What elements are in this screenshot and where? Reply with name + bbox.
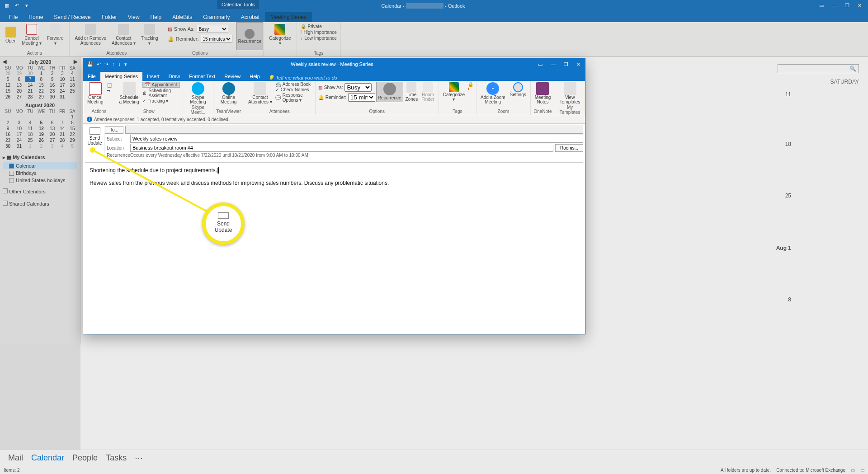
cal-day[interactable]: 7: [25, 76, 35, 82]
cal-day[interactable]: 5: [35, 120, 47, 126]
nav-tasks[interactable]: Tasks: [106, 453, 127, 463]
cal-day[interactable]: 25: [25, 137, 35, 143]
cal-day[interactable]: 14: [25, 82, 35, 88]
prev-month-icon[interactable]: ◀: [3, 59, 6, 65]
forward-icon[interactable]: ➡: [107, 88, 112, 93]
cal-day[interactable]: [35, 114, 47, 120]
cal-day[interactable]: 8: [35, 76, 47, 82]
calendar-list-item[interactable]: Birthdays: [3, 169, 77, 177]
qat-customize-icon[interactable]: ▾: [124, 61, 127, 67]
private-icon[interactable]: 🔒: [468, 82, 473, 87]
nav-people[interactable]: People: [72, 453, 98, 463]
cal-day[interactable]: 6: [47, 120, 57, 126]
cal-day[interactable]: 4: [67, 70, 77, 76]
undo-icon[interactable]: ↶: [97, 61, 101, 67]
meeting-tab-draw[interactable]: Draw: [164, 72, 185, 81]
search-icon[interactable]: 🔍: [849, 66, 856, 72]
main-tab-folder[interactable]: Folder: [96, 12, 123, 22]
cal-day[interactable]: 16: [3, 131, 13, 137]
main-tab-send-receive[interactable]: Send / Receive: [48, 12, 96, 22]
calendar-list-item[interactable]: United States holidays: [3, 177, 77, 184]
meeting-tab-review[interactable]: Review: [220, 72, 245, 81]
scheduling-assistant-button[interactable]: 🗓Scheduling Assistant: [142, 88, 180, 98]
view-reading-icon[interactable]: ▭: [860, 468, 864, 473]
cal-day[interactable]: 3: [57, 70, 67, 76]
cal-day[interactable]: 16: [47, 82, 57, 88]
cal-day[interactable]: 2: [3, 120, 13, 126]
reminder-combo[interactable]: 15 minutes: [348, 93, 375, 102]
cal-day[interactable]: 15: [67, 126, 77, 131]
add-remove-attendees-button[interactable]: Add or Remove Attendees: [73, 23, 108, 47]
online-meeting-button[interactable]: Online Meeting: [216, 82, 241, 105]
nav-calendar[interactable]: Calendar: [31, 453, 64, 463]
cancel-meeting-button[interactable]: Cancel Meeting: [86, 82, 105, 105]
cal-day[interactable]: 2: [35, 143, 47, 149]
cal-day[interactable]: 15: [35, 82, 47, 88]
cal-day[interactable]: 24: [13, 137, 25, 143]
cal-day[interactable]: 26: [35, 137, 47, 143]
cal-day[interactable]: 10: [57, 76, 67, 82]
location-field[interactable]: [130, 144, 553, 152]
cal-day[interactable]: 20: [47, 131, 57, 137]
my-calendars-header[interactable]: ▸ ▦ My Calendars: [3, 153, 77, 162]
to-field[interactable]: [125, 126, 583, 134]
cal-day[interactable]: 30: [3, 143, 13, 149]
meeting-body[interactable]: Shortening the schedule due to project r…: [85, 162, 583, 325]
show-as-combo[interactable]: Busy: [344, 83, 372, 92]
cancel-meeting-button[interactable]: Cancel Meeting ▾: [20, 23, 43, 47]
maximize-icon[interactable]: ❐: [564, 61, 568, 67]
cal-day[interactable]: 30: [25, 70, 35, 76]
cal-day[interactable]: [47, 114, 57, 120]
nav-mail[interactable]: Mail: [8, 453, 23, 463]
cal-day[interactable]: 23: [3, 137, 13, 143]
minimize-icon[interactable]: —: [832, 3, 837, 9]
categorize-button[interactable]: Categorize ▾: [442, 82, 466, 102]
copy-icon[interactable]: 📋: [107, 83, 112, 88]
cal-day[interactable]: 4: [57, 143, 67, 149]
main-tab-view[interactable]: View: [123, 12, 145, 22]
cal-day[interactable]: 27: [47, 137, 57, 143]
schedule-meeting-button[interactable]: Schedule a Meeting: [118, 82, 141, 105]
cal-day[interactable]: 29: [13, 70, 25, 76]
main-tab-help[interactable]: Help: [145, 12, 167, 22]
cal-day[interactable]: 19: [3, 88, 13, 94]
cal-day[interactable]: 1: [35, 70, 47, 76]
ribbon-display-icon[interactable]: ▭: [538, 61, 542, 67]
cal-day[interactable]: 13: [13, 82, 25, 88]
cal-day[interactable]: 11: [25, 126, 35, 131]
day-cell[interactable]: 11: [785, 91, 791, 98]
cal-day[interactable]: 26: [3, 94, 13, 100]
minicalendar-july[interactable]: ◀July 2020▶ SUMOTUWETHFRSA28293012345678…: [0, 57, 80, 101]
cal-day[interactable]: 23: [47, 88, 57, 94]
cal-day[interactable]: [67, 94, 77, 100]
undo-icon[interactable]: ↶: [14, 3, 20, 9]
next-month-icon[interactable]: ▶: [74, 59, 77, 65]
add-zoom-meeting-button[interactable]: +Add a Zoom Meeting: [479, 82, 506, 105]
cal-day[interactable]: [57, 114, 67, 120]
main-tab-grammarly[interactable]: Grammarly: [198, 12, 235, 22]
cal-day[interactable]: 11: [67, 76, 77, 82]
cal-day[interactable]: 28: [3, 70, 13, 76]
search-input[interactable]: [778, 64, 859, 73]
main-tab-ablebits[interactable]: AbleBits: [167, 12, 198, 22]
check-names-button[interactable]: ✓Check Names: [275, 87, 312, 92]
main-tab-acrobat[interactable]: Acrobat: [236, 12, 265, 22]
cal-day[interactable]: 14: [57, 126, 67, 131]
meeting-tab-meeting-series[interactable]: Meeting Series: [100, 72, 142, 81]
save-icon[interactable]: 💾: [87, 61, 93, 67]
zoom-settings-button[interactable]: Settings: [509, 82, 528, 105]
cal-day[interactable]: 29: [67, 137, 77, 143]
cal-day[interactable]: 18: [67, 82, 77, 88]
cal-day[interactable]: 22: [35, 88, 47, 94]
meeting-tab-format-text[interactable]: Format Text: [184, 72, 220, 81]
meeting-tab-insert[interactable]: Insert: [142, 72, 164, 81]
send-update-button[interactable]: Send Update: [85, 126, 105, 159]
cal-day[interactable]: 20: [13, 88, 25, 94]
show-as-combo[interactable]: Busy: [197, 25, 228, 33]
maximize-icon[interactable]: ❐: [845, 3, 849, 9]
cal-day[interactable]: 2: [47, 70, 57, 76]
response-options-button[interactable]: 💬Response Options ▾: [275, 93, 312, 103]
low-importance-button[interactable]: ↓Low Importance: [301, 36, 337, 41]
redo-icon[interactable]: ↷: [104, 61, 108, 67]
cal-day[interactable]: 24: [57, 88, 67, 94]
